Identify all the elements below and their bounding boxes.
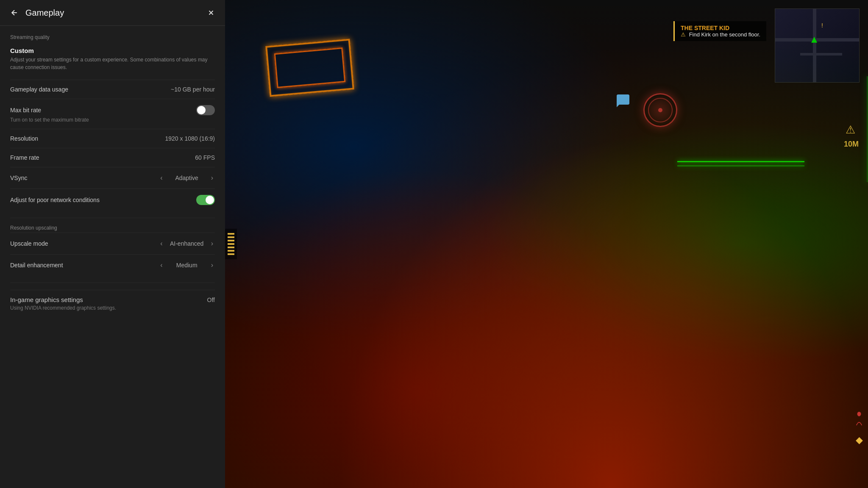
detail-enhancement-label: Detail enhancement — [10, 262, 63, 269]
vsync-control: ‹ Adaptive › — [159, 173, 215, 183]
panel-title: Gameplay — [25, 8, 206, 18]
divider-1 — [10, 218, 215, 218]
detail-enhancement-row: Detail enhancement ‹ Medium › — [10, 254, 215, 276]
detail-enhancement-next-button[interactable]: › — [209, 261, 215, 270]
frame-rate-label: Frame rate — [10, 154, 39, 161]
settings-panel: Gameplay Streaming quality Custom Adjust… — [0, 0, 225, 488]
warning-hud-icon: ⚠ — [846, 123, 855, 136]
upscale-mode-next-button[interactable]: › — [209, 239, 215, 248]
adjust-network-row: Adjust for poor network conditions — [10, 189, 215, 211]
minimap-quest-marker: ! — [821, 22, 823, 29]
streaming-quality-label: Streaming quality — [10, 34, 215, 40]
ammo-block-1 — [228, 233, 234, 235]
quest-objective: ⚠ Find Kirk on the second floor. — [681, 31, 760, 38]
ammo-block-3 — [228, 240, 234, 241]
vsync-value: Adaptive — [168, 175, 206, 181]
minimap-road-h — [775, 38, 859, 42]
ammo-block-5 — [228, 247, 234, 248]
graphics-settings-row: In-game graphics settings Off Using NVID… — [10, 290, 215, 317]
neon-sign-orange — [265, 39, 354, 97]
frame-rate-value: 60 FPS — [195, 154, 215, 161]
quest-title: THE STREET KID — [681, 25, 760, 31]
ammo-block-2 — [228, 236, 234, 238]
diamond-icon: ◆ — [856, 435, 863, 446]
max-bit-rate-label: Max bit rate — [10, 107, 41, 114]
upscale-mode-prev-button[interactable]: ‹ — [159, 239, 164, 248]
frame-rate-row: Frame rate 60 FPS — [10, 148, 215, 167]
upscale-mode-row: Upscale mode ‹ AI-enhanced › — [10, 233, 215, 254]
graphics-settings-desc: Using NVIDIA recommended graphics settin… — [10, 305, 116, 311]
max-bit-rate-sublabel: Turn on to set the maximum bitrate — [10, 117, 89, 123]
upscale-mode-value: AI-enhanced — [168, 240, 206, 247]
back-button[interactable] — [8, 7, 20, 19]
upscaling-label: Resolution upscaling — [10, 225, 215, 231]
close-button[interactable] — [206, 7, 217, 18]
gameplay-data-usage-row: Gameplay data usage ~10 GB per hour — [10, 80, 215, 99]
panel-header: Gameplay — [0, 0, 225, 26]
panel-content: Streaming quality Custom Adjust your str… — [0, 26, 225, 488]
custom-desc: Adjust your stream settings for a custom… — [10, 56, 215, 71]
gameplay-data-usage-value: ~10 GB per hour — [171, 86, 215, 93]
quest-box: THE STREET KID ⚠ Find Kirk on the second… — [673, 21, 766, 41]
divider-2 — [10, 283, 215, 283]
max-bit-rate-toggle[interactable] — [196, 105, 215, 115]
target-reticle — [643, 93, 677, 127]
ammo-indicator — [225, 229, 237, 259]
graphics-settings-value: Off — [207, 297, 215, 303]
chat-icon — [615, 93, 631, 112]
toggle-knob-network — [206, 196, 214, 204]
gameplay-data-usage-label: Gameplay data usage — [10, 86, 68, 93]
adjust-network-toggle[interactable] — [196, 195, 215, 205]
ammo-block-4 — [228, 243, 234, 245]
vsync-row: VSync ‹ Adaptive › — [10, 167, 215, 189]
resolution-row: Resolution 1920 x 1080 (16:9) — [10, 129, 215, 148]
vsync-next-button[interactable]: › — [209, 173, 215, 183]
upscale-mode-control: ‹ AI-enhanced › — [159, 239, 215, 248]
ammo-block-6 — [228, 250, 234, 252]
svg-point-0 — [857, 412, 861, 416]
resolution-value: 1920 x 1080 (16:9) — [165, 135, 215, 142]
distance-text: 10M — [844, 140, 859, 149]
resolution-label: Resolution — [10, 135, 38, 142]
minimap-road-v — [813, 9, 816, 82]
detail-enhancement-prev-button[interactable]: ‹ — [159, 261, 164, 270]
detail-enhancement-value: Medium — [168, 262, 206, 269]
game-view: ! THE STREET KID ⚠ Find Kirk on the seco… — [225, 0, 868, 488]
toggle-knob — [197, 106, 206, 114]
adjust-network-label: Adjust for poor network conditions — [10, 197, 100, 203]
warning-symbol: ⚠ — [846, 123, 855, 136]
quest-warning-icon: ⚠ — [681, 31, 686, 38]
detail-enhancement-control: ‹ Medium › — [159, 261, 215, 270]
neon-bar-horizontal — [677, 161, 804, 162]
right-hud-icons: ◆ — [854, 412, 864, 446]
quest-objective-text: Find Kirk on the second floor. — [689, 31, 760, 38]
custom-group: Custom Adjust your stream settings for a… — [10, 47, 215, 71]
minimap: ! — [775, 8, 860, 83]
max-bit-rate-row: Max bit rate Turn on to set the maximum … — [10, 99, 215, 129]
upscale-mode-label: Upscale mode — [10, 240, 48, 247]
minimap-inner: ! — [775, 9, 859, 82]
custom-title: Custom — [10, 47, 215, 54]
player-icon — [854, 412, 864, 428]
vsync-label: VSync — [10, 175, 27, 181]
vsync-prev-button[interactable]: ‹ — [159, 173, 164, 183]
quest-indicator: THE STREET KID ⚠ Find Kirk on the second… — [673, 21, 766, 41]
graphics-settings-label: In-game graphics settings — [10, 296, 83, 303]
ammo-block-7 — [228, 253, 234, 255]
neon-bar-horizontal-2 — [677, 165, 804, 166]
minimap-road-h2 — [800, 53, 842, 55]
